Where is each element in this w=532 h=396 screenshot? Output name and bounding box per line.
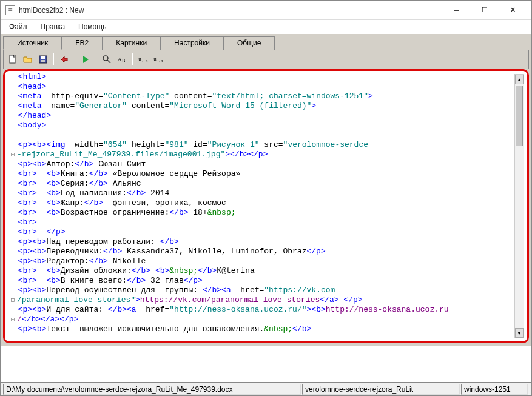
separator (96, 53, 96, 65)
app-icon: ≡ (5, 5, 15, 15)
close-button[interactable]: ✕ (499, 1, 527, 19)
status-doc: verolomnoe-serdce-rejzora_RuLit (302, 384, 460, 395)
ua-right-button[interactable]: u→a (152, 53, 165, 66)
menu-file[interactable]: Файл (3, 21, 33, 32)
scroll-up-button[interactable]: ▲ (515, 75, 524, 84)
separator (132, 53, 133, 65)
toolbar: AB u←a u→a (3, 50, 529, 69)
convert-button[interactable] (58, 53, 71, 66)
vertical-scrollbar[interactable]: ▲ ▼ (514, 74, 524, 338)
window-title: htmlDocs2fb2 : New (19, 6, 443, 15)
minimize-button[interactable]: ─ (443, 1, 471, 19)
status-path: D:\My documents\verolomnoe-serdce-rejzor… (3, 384, 301, 395)
source-editor-frame: <html> <head> <meta http-equiv="Content-… (3, 69, 529, 343)
ua-left-button[interactable]: u←a (136, 53, 150, 66)
save-file-button[interactable] (36, 53, 50, 66)
replace-button[interactable]: AB (115, 53, 129, 66)
menu-edit[interactable]: Правка (35, 21, 72, 32)
tab-pictures[interactable]: Картинки (102, 36, 161, 50)
source-editor[interactable]: <html> <head> <meta http-equiv="Content-… (5, 71, 527, 341)
menu-bar: Файл Правка Помощь (1, 20, 531, 33)
svg-point-4 (103, 56, 108, 61)
find-button[interactable] (100, 53, 113, 66)
separator (53, 53, 54, 65)
status-bar: D:\My documents\verolomnoe-serdce-rejzor… (1, 382, 531, 395)
work-area: Источник FB2 Картинки Настройки Общие AB… (1, 33, 531, 346)
scroll-thumb[interactable] (516, 86, 523, 146)
svg-rect-3 (41, 60, 45, 62)
open-file-button[interactable] (21, 53, 35, 66)
tab-settings[interactable]: Настройки (160, 36, 224, 50)
run-button[interactable] (79, 53, 92, 66)
menu-help[interactable]: Помощь (72, 21, 112, 32)
titlebar: ≡ htmlDocs2fb2 : New ─ ☐ ✕ (1, 1, 531, 20)
svg-line-5 (107, 60, 110, 63)
svg-rect-2 (41, 56, 45, 59)
tab-bar: Источник FB2 Картинки Настройки Общие (3, 36, 529, 50)
window-controls: ─ ☐ ✕ (443, 1, 527, 19)
tab-source[interactable]: Источник (3, 36, 62, 50)
scroll-down-button[interactable]: ▼ (515, 328, 524, 338)
status-encoding: windows-1251 (461, 384, 528, 395)
svg-text:B: B (122, 58, 125, 64)
new-file-button[interactable] (6, 53, 19, 66)
tab-fb2[interactable]: FB2 (61, 36, 103, 50)
separator (75, 53, 75, 65)
maximize-button[interactable]: ☐ (471, 1, 499, 19)
tab-common[interactable]: Общие (223, 36, 275, 50)
svg-text:A: A (118, 56, 122, 62)
